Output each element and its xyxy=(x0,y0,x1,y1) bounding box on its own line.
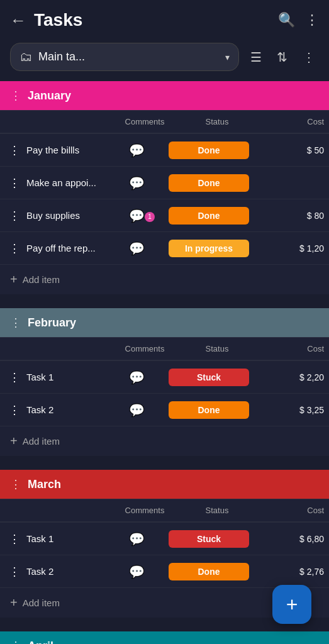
workspace-selector[interactable]: 🗂 Main ta... ▾ xyxy=(10,43,239,71)
task-comment-cell[interactable]: 💬 xyxy=(108,143,165,158)
section-drag-handle-april[interactable]: ⋮ xyxy=(10,639,21,644)
comment-icon: 💬 xyxy=(129,531,145,547)
table-row: ⋮ Task 2 💬 Done $ 2,76 xyxy=(0,555,329,587)
task-name: Buy supplies xyxy=(26,210,108,221)
toolbar-more-icon[interactable]: ⋮ xyxy=(299,46,319,69)
comment-icon: 💬 xyxy=(129,370,145,385)
col-comments-label: Comments xyxy=(116,502,173,519)
table-row: ⋮ Pay the billls 💬 Done $ 50 xyxy=(0,133,329,166)
task-drag-handle[interactable]: ⋮ xyxy=(0,143,26,157)
task-name: Task 1 xyxy=(26,533,108,544)
task-status-cell[interactable]: Stuck xyxy=(165,530,253,548)
task-status-cell[interactable]: Done xyxy=(165,401,253,419)
section-gap xyxy=(0,625,329,631)
task-drag-handle[interactable]: ⋮ xyxy=(0,370,26,384)
status-badge[interactable]: Stuck xyxy=(169,530,249,548)
status-badge[interactable]: Done xyxy=(169,174,249,192)
comment-icon: 💬 xyxy=(129,143,145,158)
workspace-icon: 🗂 xyxy=(20,50,32,64)
search-icon[interactable]: 🔍 xyxy=(278,12,295,28)
task-drag-handle[interactable]: ⋮ xyxy=(0,532,26,546)
task-comment-cell[interactable]: 💬 xyxy=(108,370,165,385)
task-drag-handle[interactable]: ⋮ xyxy=(0,403,26,417)
table-row: ⋮ Pay off the rep... 💬 In progress $ 1,2… xyxy=(0,231,329,264)
task-name: Task 2 xyxy=(26,404,108,415)
section-january: ⋮ January Comments Status Cost ⋮ Pay the… xyxy=(0,81,329,294)
task-comment-cell[interactable]: 💬 xyxy=(108,402,165,418)
task-status-cell[interactable]: Done xyxy=(165,207,253,225)
comment-icon: 💬 xyxy=(129,564,145,579)
task-comment-cell[interactable]: 💬 xyxy=(108,241,165,256)
col-status-label: Status xyxy=(173,502,261,519)
col-headers-january: Comments Status Cost xyxy=(0,110,329,133)
task-name: Task 2 xyxy=(26,566,108,577)
section-title-february: February xyxy=(28,316,76,330)
task-status-cell[interactable]: Done xyxy=(165,563,253,580)
section-header-february[interactable]: ⋮ February xyxy=(0,308,329,337)
section-header-january[interactable]: ⋮ January xyxy=(0,81,329,110)
table-row: ⋮ Task 2 💬 Done $ 3,25 xyxy=(0,393,329,426)
back-button[interactable]: ← xyxy=(10,11,26,30)
task-comment-cell[interactable]: 💬 xyxy=(108,531,165,547)
section-drag-handle-january[interactable]: ⋮ xyxy=(10,89,21,103)
toolbar: 🗂 Main ta... ▾ ☰ ⇅ ⋮ xyxy=(0,38,329,81)
add-icon: + xyxy=(10,272,18,287)
col-cost-label: Cost xyxy=(261,502,329,519)
more-menu-icon[interactable]: ⋮ xyxy=(305,12,319,28)
filter-icon[interactable]: ☰ xyxy=(247,46,265,69)
add-item-label: Add item xyxy=(23,597,60,608)
status-badge[interactable]: Stuck xyxy=(169,369,249,386)
comment-icon: 💬 xyxy=(129,208,145,223)
col-cost-label: Cost xyxy=(261,340,329,357)
section-header-april[interactable]: ⋮ April xyxy=(0,631,329,644)
comment-icon: 💬 xyxy=(129,241,145,256)
table-row: ⋮ Task 1 💬 Stuck $ 2,20 xyxy=(0,360,329,393)
section-header-march[interactable]: ⋮ March xyxy=(0,470,329,499)
sections-container: ⋮ January Comments Status Cost ⋮ Pay the… xyxy=(0,81,329,644)
task-cost: $ 6,80 xyxy=(253,534,329,544)
task-cost: $ 3,25 xyxy=(253,405,329,415)
add-icon: + xyxy=(10,596,18,610)
task-name: Task 1 xyxy=(26,372,108,382)
task-cost: $ 50 xyxy=(253,145,329,155)
col-status-label: Status xyxy=(173,340,261,357)
task-drag-handle[interactable]: ⋮ xyxy=(0,176,26,190)
sort-icon[interactable]: ⇅ xyxy=(273,46,291,69)
status-badge[interactable]: Done xyxy=(169,563,249,580)
section-title-january: January xyxy=(28,89,71,103)
task-status-cell[interactable]: Stuck xyxy=(165,369,253,386)
col-headers-february: Comments Status Cost xyxy=(0,337,329,360)
comment-icon: 💬 xyxy=(129,402,145,418)
status-badge[interactable]: Done xyxy=(169,207,249,225)
task-drag-handle[interactable]: ⋮ xyxy=(0,242,26,255)
section-gap xyxy=(0,302,329,308)
section-drag-handle-march[interactable]: ⋮ xyxy=(10,477,21,491)
add-item-button-january[interactable]: + Add item xyxy=(0,264,329,294)
section-title-march: March xyxy=(28,478,61,491)
comment-icon: 💬 xyxy=(129,175,145,191)
task-comment-cell[interactable]: 💬 xyxy=(108,564,165,579)
col-headers-march: Comments Status Cost xyxy=(0,499,329,522)
task-drag-handle[interactable]: ⋮ xyxy=(0,209,26,223)
status-badge[interactable]: Done xyxy=(169,401,249,419)
status-badge[interactable]: Done xyxy=(169,142,249,159)
task-name: Make an appoi... xyxy=(26,177,108,188)
workspace-name: Main ta... xyxy=(38,50,219,64)
task-status-cell[interactable]: In progress xyxy=(165,240,253,257)
status-badge[interactable]: In progress xyxy=(169,240,249,257)
task-comment-cell[interactable]: 💬 xyxy=(108,175,165,191)
add-item-label: Add item xyxy=(23,274,60,285)
col-comments-label: Comments xyxy=(116,113,173,130)
section-drag-handle-february[interactable]: ⋮ xyxy=(10,316,21,330)
add-item-button-february[interactable]: + Add item xyxy=(0,426,329,456)
section-february: ⋮ February Comments Status Cost ⋮ Task 1… xyxy=(0,308,329,456)
task-comment-cell[interactable]: 💬 1 xyxy=(108,208,165,223)
col-cost-label: Cost xyxy=(261,113,329,130)
section-title-april: April xyxy=(28,640,53,645)
task-cost: $ 2,20 xyxy=(253,372,329,382)
task-drag-handle[interactable]: ⋮ xyxy=(0,565,26,579)
task-status-cell[interactable]: Done xyxy=(165,142,253,159)
table-row: ⋮ Make an appoi... 💬 Done xyxy=(0,166,329,199)
add-fab-button[interactable]: + xyxy=(272,585,311,624)
task-status-cell[interactable]: Done xyxy=(165,174,253,192)
